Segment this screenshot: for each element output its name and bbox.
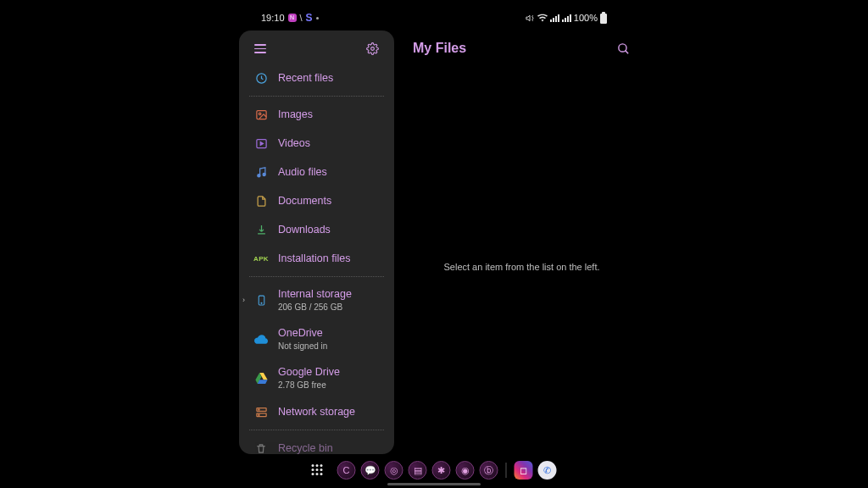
dock-divider [506,463,507,478]
svg-point-12 [258,414,259,415]
empty-state-text: Select an item from the list on the left… [413,262,631,272]
status-time: 19:10 [261,13,285,23]
status-signal2-icon [562,14,571,22]
sidebar-item-audio[interactable]: Audio files [239,158,394,186]
phone-storage-icon [254,293,268,307]
sidebar-panel: Recent files Images Videos Audio files D… [239,30,394,454]
status-wifi-icon [537,14,548,22]
search-icon [616,42,631,56]
svg-point-0 [371,47,375,51]
sidebar-item-internal-storage[interactable]: › Internal storage 206 GB / 256 GB [239,280,394,319]
sidebar-item-label: Network storage [278,406,355,419]
sidebar-item-label: Audio files [278,166,327,179]
clock-icon [254,71,268,85]
sidebar-item-documents[interactable]: Documents [239,186,394,215]
dock-app-notes[interactable]: ▤ [409,461,427,480]
gear-icon [366,42,379,55]
sidebar-item-label: Internal storage [278,288,352,301]
settings-button[interactable] [366,42,379,55]
globe-icon: ◎ [390,465,398,476]
sidebar-item-label: Recycle bin [278,442,333,455]
sidebar-item-label: Videos [278,137,310,150]
status-notif-dot-icon [316,17,319,19]
dock-app-phone[interactable]: ✆ [538,461,557,480]
dock-app-bixby[interactable]: ⓑ [480,461,498,480]
dock-app-camera[interactable]: ◉ [456,461,475,480]
instagram-icon: ◻ [520,465,527,476]
divider [249,430,384,430]
main-header: My Files [413,41,631,56]
status-notif-s-icon: S [306,12,313,24]
sidebar-item-label: Installation files [278,252,350,265]
video-icon [254,136,268,150]
status-mute-icon [526,14,535,23]
letter-c-icon: C [343,465,350,475]
sidebar-item-label: Downloads [278,224,331,236]
sidebar-item-label: Images [278,108,313,121]
phone-icon: ✆ [543,465,551,476]
search-button[interactable] [615,41,631,56]
network-storage-icon [254,405,268,419]
app-title: My Files [413,41,466,56]
status-battery-text: 100% [574,13,598,23]
camera-icon: ◉ [461,465,470,476]
sidebar-item-subtext: 2.78 GB free [278,380,340,390]
svg-point-11 [258,408,259,409]
sidebar-item-recent[interactable]: Recent files [239,64,394,92]
sidebar-item-network-storage[interactable]: Network storage [239,397,394,426]
sidebar-item-videos[interactable]: Videos [239,129,394,158]
sidebar-item-images[interactable]: Images [239,100,394,129]
sidebar-item-label: Google Drive [278,366,340,379]
svg-point-5 [257,174,259,176]
onedrive-icon [254,332,268,346]
apps-drawer-button[interactable] [312,464,324,476]
audio-icon [254,165,268,179]
document-icon [254,194,268,208]
dock-app-browser[interactable]: ◎ [385,461,403,480]
svg-point-8 [260,302,261,303]
sidebar-item-subtext: 206 GB / 256 GB [278,302,352,312]
gdrive-icon [254,371,268,385]
trash-icon [254,441,268,454]
menu-button[interactable] [254,44,266,53]
dock-app-instagram[interactable]: ◻ [515,461,533,480]
sidebar-item-onedrive[interactable]: OneDrive Not signed in [239,319,394,358]
bixby-icon: ⓑ [484,464,493,477]
sidebar-item-label: OneDrive [278,327,327,340]
status-slash-icon: \ [300,13,303,23]
flower-icon: ✱ [437,465,445,476]
sidebar-item-downloads[interactable]: Downloads [239,215,394,244]
status-bar: 19:10 N \ S 100% [0,10,868,25]
svg-point-6 [263,173,265,175]
image-icon [254,108,268,121]
status-notif-messenger-icon: N [288,14,297,22]
divider [249,276,384,277]
sidebar-item-recycle[interactable]: Recycle bin [239,434,394,454]
nav-gesture-handle[interactable] [387,483,481,485]
sidebar-item-installation[interactable]: APK Installation files [239,244,394,273]
sidebar-item-label: Recent files [278,72,333,85]
chat-icon: 💬 [364,465,376,476]
dock: C 💬 ◎ ▤ ✱ ◉ ⓑ ◻ ✆ [312,461,557,480]
sidebar-item-label: Documents [278,195,331,208]
chevron-right-icon: › [242,296,245,304]
status-battery-icon [600,12,607,24]
dock-app-contacts[interactable]: C [337,461,356,480]
sidebar-item-gdrive[interactable]: Google Drive 2.78 GB free [239,358,394,397]
note-icon: ▤ [414,465,422,476]
download-icon [254,223,268,236]
dock-app-gallery[interactable]: ✱ [432,461,451,480]
apk-icon: APK [254,252,268,265]
status-signal1-icon [550,14,559,22]
divider [249,96,384,97]
sidebar-item-subtext: Not signed in [278,341,327,351]
svg-point-3 [259,113,261,115]
dock-app-messages[interactable]: 💬 [361,461,380,480]
